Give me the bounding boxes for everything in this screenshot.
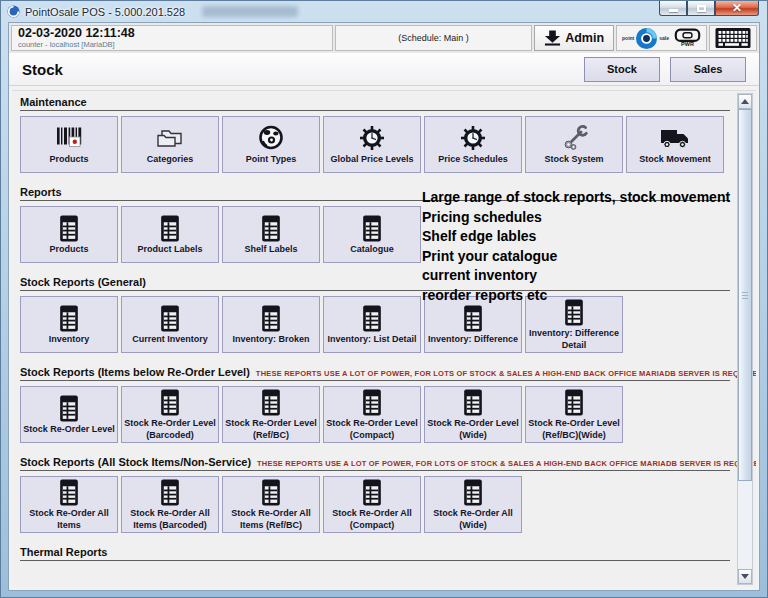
section-thermal-reports: Thermal Reports (20, 546, 730, 561)
window-controls: ✕ (659, 1, 759, 16)
section-title: Reports (20, 186, 62, 198)
tile-label: Stock Re-Order Level (Ref/BC)(Wide) (526, 418, 622, 441)
tile-stock-re-order-level-ref-bc[interactable]: Stock Re-Order Level (Ref/BC) (222, 386, 320, 443)
tile-stock-re-order-level-wide[interactable]: Stock Re-Order Level (Wide) (424, 386, 522, 443)
report-icon (258, 303, 284, 333)
tile-label: Product Labels (135, 244, 204, 256)
arrow-down-icon (741, 574, 749, 579)
button-row: Stock Re-Order All ItemsStock Re-Order A… (20, 476, 730, 533)
tile-stock-system[interactable]: Stock System (525, 116, 623, 173)
report-icon (258, 387, 284, 417)
tile-stock-re-order-all-items[interactable]: Stock Re-Order All Items (20, 476, 118, 533)
tile-inventory-difference-detail[interactable]: Inventory: Difference Detail (525, 296, 623, 353)
tile-inventory-broken[interactable]: Inventory: Broken (222, 296, 320, 353)
datetime-cell: 02-03-2020 12:11:48 counter - localhost … (11, 25, 333, 51)
tile-stock-re-order-level-compact[interactable]: Stock Re-Order Level (Compact) (323, 386, 421, 443)
truck-icon (659, 123, 691, 153)
report-icon (56, 477, 82, 507)
logo-text-right: sale (659, 35, 669, 41)
top-info-bar: 02-03-2020 12:11:48 counter - localhost … (9, 23, 759, 53)
report-icon (157, 477, 183, 507)
tile-label: Products (47, 154, 90, 166)
sections-container: MaintenanceProductsCategoriesPoint Types… (20, 96, 730, 561)
tile-label: Shelf Labels (242, 244, 299, 256)
admin-button[interactable]: Admin (534, 25, 614, 51)
tile-label: Stock Re-Order Level (21, 424, 117, 436)
tile-inventory-difference[interactable]: Inventory: Difference (424, 296, 522, 353)
connection-text: counter - localhost [MariaDB] (18, 40, 115, 49)
tile-global-price-levels[interactable]: Global Price Levels (323, 116, 421, 173)
tile-price-schedules[interactable]: Price Schedules (424, 116, 522, 173)
section-title: Stock Reports (All Stock Items/Non-Servi… (20, 456, 251, 468)
tile-stock-re-order-all-items-ref-bc[interactable]: Stock Re-Order All Items (Ref/BC) (222, 476, 320, 533)
report-icon (359, 387, 385, 417)
report-icon (561, 387, 587, 417)
report-icon (157, 213, 183, 243)
logo-donut-icon (635, 27, 658, 50)
tile-categories[interactable]: Categories (121, 116, 219, 173)
report-icon (359, 303, 385, 333)
scroll-down-button[interactable] (738, 569, 752, 584)
vertical-scrollbar[interactable] (737, 93, 753, 585)
close-button[interactable]: ✕ (715, 1, 759, 16)
tools-icon (560, 123, 588, 153)
logo-text-left: point (622, 35, 634, 41)
section-header: Stock Reports (General) (20, 276, 730, 291)
tile-stock-re-order-all-items-barcoded[interactable]: Stock Re-Order All Items (Barcoded) (121, 476, 219, 533)
section-stock-reports-general: Stock Reports (General)InventoryCurrent … (20, 276, 730, 353)
tile-stock-re-order-level-ref-bc-wide[interactable]: Stock Re-Order Level (Ref/BC)(Wide) (525, 386, 623, 443)
tile-label: Inventory: Difference Detail (526, 328, 622, 351)
ball-icon (257, 123, 285, 153)
app-frame: 02-03-2020 12:11:48 counter - localhost … (8, 22, 760, 591)
report-icon (258, 213, 284, 243)
minimize-icon (669, 9, 678, 12)
login-arrow-icon (544, 30, 561, 46)
admin-label: Admin (565, 31, 604, 45)
tile-label: Stock Re-Order Level (Barcoded) (122, 418, 218, 441)
tile-inventory[interactable]: Inventory (20, 296, 118, 353)
tile-label: Current Inventory (130, 334, 210, 346)
report-icon (359, 213, 385, 243)
tile-current-inventory[interactable]: Current Inventory (121, 296, 219, 353)
keyboard-button[interactable] (709, 25, 757, 51)
topbar-actions: Admin point sale PWR (534, 25, 757, 51)
tile-point-types[interactable]: Point Types (222, 116, 320, 173)
tile-stock-movement[interactable]: Stock Movement (626, 116, 724, 173)
tile-stock-re-order-level[interactable]: Stock Re-Order Level (20, 386, 118, 443)
section-warning-note: THESE REPORTS USE A LOT OF POWER, FOR LO… (256, 369, 756, 378)
maximize-icon (697, 5, 706, 12)
tile-label: Inventory: Broken (230, 334, 311, 346)
tile-stock-re-order-level-barcoded[interactable]: Stock Re-Order Level (Barcoded) (121, 386, 219, 443)
sales-nav-button[interactable]: Sales (670, 57, 746, 82)
report-icon (460, 387, 486, 417)
tile-label: Stock Re-Order Level (Compact) (324, 418, 420, 441)
button-row: InventoryCurrent InventoryInventory: Bro… (20, 296, 730, 353)
scrollbar-grip-icon (742, 292, 748, 299)
title-bar[interactable]: PointOsale POS - 5.000.201.528 (1, 1, 767, 22)
close-icon: ✕ (732, 2, 742, 14)
redacted-region (202, 6, 298, 17)
tile-label: Stock Re-Order All (Wide) (425, 508, 521, 531)
folders-icon (155, 123, 185, 153)
minimize-button[interactable] (659, 1, 687, 16)
tile-product-labels[interactable]: Product Labels (121, 206, 219, 263)
tile-catalogue[interactable]: Catalogue (323, 206, 421, 263)
schedule-cell: (Schedule: Main ) (335, 25, 532, 51)
tile-stock-re-order-all-compact[interactable]: Stock Re-Order All (Compact) (323, 476, 421, 533)
tile-shelf-labels[interactable]: Shelf Labels (222, 206, 320, 263)
section-stock-reports-items-below-re-order-level: Stock Reports (Items below Re-Order Leve… (20, 366, 730, 443)
page-header: Stock Stock Sales (9, 53, 759, 86)
power-button[interactable]: PWR (674, 28, 701, 48)
tile-products[interactable]: Products (20, 206, 118, 263)
scroll-up-button[interactable] (738, 94, 752, 109)
scrollbar-thumb[interactable] (738, 109, 752, 481)
tile-label: Point Types (244, 154, 298, 166)
stock-nav-button[interactable]: Stock (584, 57, 660, 82)
report-icon (157, 303, 183, 333)
schedule-text: (Schedule: Main ) (398, 33, 469, 43)
tile-inventory-list-detail[interactable]: Inventory: List Detail (323, 296, 421, 353)
maximize-button[interactable] (687, 1, 715, 16)
tile-stock-re-order-all-wide[interactable]: Stock Re-Order All (Wide) (424, 476, 522, 533)
tile-products[interactable]: Products (20, 116, 118, 173)
page-title: Stock (22, 61, 574, 78)
